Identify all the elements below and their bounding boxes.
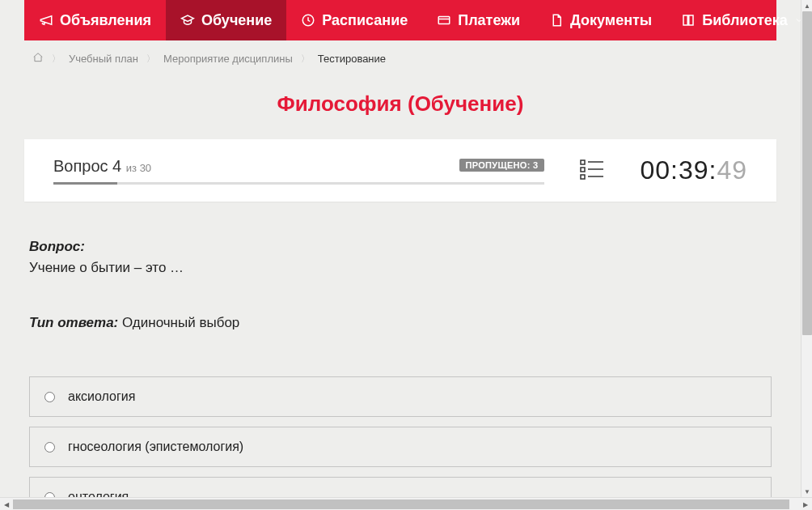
- book-icon: [681, 13, 696, 28]
- question-section: Вопрос: Учение о бытии – это … Тип ответ…: [24, 239, 776, 331]
- scroll-left-arrow[interactable]: ◀: [0, 498, 13, 510]
- megaphone-icon: [39, 13, 53, 28]
- nav-payments[interactable]: Платежи: [422, 0, 535, 40]
- skipped-badge: ПРОПУЩЕНО: 3: [459, 159, 545, 172]
- question-total: из 30: [126, 162, 151, 174]
- scroll-thumb-h[interactable]: [13, 499, 789, 509]
- nav-learning[interactable]: Обучение: [166, 0, 286, 40]
- option-text: онтология: [68, 490, 129, 497]
- question-label: Вопрос:: [29, 239, 772, 255]
- clock-icon: [301, 13, 315, 28]
- question-list-button[interactable]: [560, 159, 624, 183]
- svg-rect-1: [438, 17, 450, 24]
- question-progress: Вопрос 4 из 30 ПРОПУЩЕНО: 3: [53, 157, 544, 185]
- svg-rect-2: [581, 160, 585, 164]
- option-item[interactable]: аксиология: [29, 376, 772, 417]
- option-text: аксиология: [68, 389, 135, 404]
- breadcrumb: 〉 Учебный план 〉 Мероприятие дисциплины …: [24, 40, 776, 77]
- answer-type-label: Тип ответа:: [29, 315, 118, 330]
- nav-label: Документы: [570, 12, 652, 29]
- document-icon: [549, 13, 564, 28]
- question-number: 4: [112, 157, 121, 175]
- progress-fill: [53, 182, 117, 185]
- progress-bar: [53, 182, 544, 185]
- graduation-icon: [180, 13, 195, 28]
- nav-documents[interactable]: Документы: [535, 0, 666, 40]
- svg-rect-4: [581, 175, 585, 179]
- answer-type: Тип ответа: Одиночный выбор: [29, 315, 772, 331]
- nav-label: Платежи: [458, 12, 520, 29]
- timer-seconds: 39: [679, 155, 709, 185]
- status-card: Вопрос 4 из 30 ПРОПУЩЕНО: 3: [24, 139, 776, 202]
- timer-minutes: 00: [640, 155, 670, 185]
- option-item[interactable]: гносеология (эпистемология): [29, 427, 772, 467]
- chevron-right-icon: 〉: [146, 53, 155, 65]
- scroll-right-arrow[interactable]: ▶: [799, 498, 812, 510]
- option-item[interactable]: онтология: [29, 477, 772, 497]
- timer-centiseconds: 49: [717, 155, 747, 185]
- breadcrumb-link[interactable]: Мероприятие дисциплины: [163, 53, 293, 65]
- vertical-scrollbar[interactable]: ▲ ▼: [801, 0, 812, 497]
- answer-type-value: Одиночный выбор: [122, 315, 239, 330]
- question-prefix: Вопрос: [53, 157, 108, 175]
- nav-label: Библиотека: [702, 12, 788, 29]
- question-text: Учение о бытии – это …: [29, 260, 772, 276]
- home-icon[interactable]: [32, 52, 44, 66]
- nav-label: Объявления: [60, 12, 151, 29]
- horizontal-scrollbar[interactable]: ◀ ▶: [0, 497, 812, 510]
- chevron-down-icon: [794, 15, 801, 25]
- chevron-right-icon: 〉: [301, 53, 310, 65]
- option-text: гносеология (эпистемология): [68, 440, 243, 454]
- scroll-thumb-v[interactable]: [802, 11, 812, 335]
- nav-label: Расписание: [322, 12, 408, 29]
- nav-label: Обучение: [201, 12, 272, 29]
- breadcrumb-current: Тестирование: [318, 53, 386, 65]
- chevron-right-icon: 〉: [52, 53, 61, 65]
- nav-schedule[interactable]: Расписание: [286, 0, 422, 40]
- nav-library[interactable]: Библиотека: [666, 0, 801, 40]
- svg-rect-3: [581, 168, 585, 172]
- page-title: Философия (Обучение): [24, 91, 776, 117]
- scroll-up-arrow[interactable]: ▲: [801, 0, 812, 11]
- card-icon: [437, 13, 451, 28]
- nav-announcements[interactable]: Объявления: [24, 0, 166, 40]
- option-radio[interactable]: [44, 442, 55, 453]
- breadcrumb-link[interactable]: Учебный план: [69, 53, 138, 65]
- option-radio[interactable]: [44, 392, 55, 402]
- options-list: аксиология гносеология (эпистемология) о…: [24, 376, 776, 497]
- timer: 00:39:49: [640, 155, 747, 185]
- scroll-down-arrow[interactable]: ▼: [801, 486, 812, 497]
- main-nav: Объявления Обучение Расписание Платежи: [24, 0, 776, 40]
